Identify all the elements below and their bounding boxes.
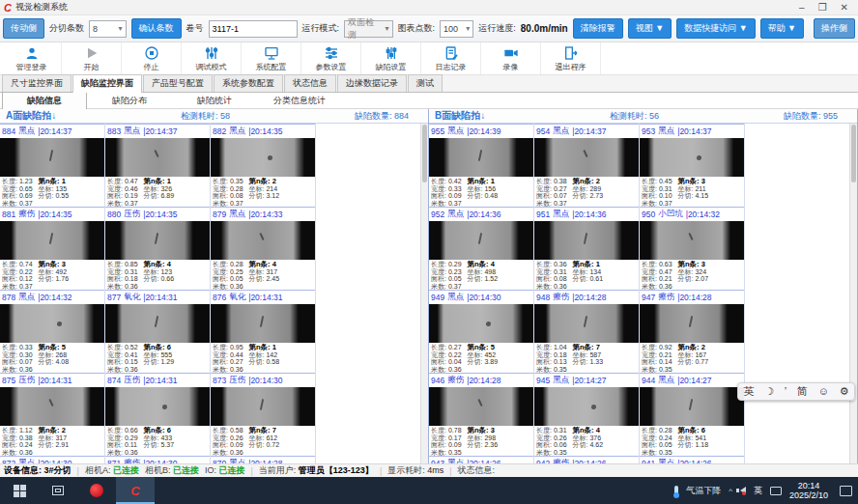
defect-image[interactable] bbox=[211, 387, 315, 426]
defect-cell-header[interactable]: 950 小凹坑 |20:14:32 bbox=[640, 207, 744, 221]
defect-cell-header[interactable]: 949 黑点 |20:14:30 bbox=[429, 290, 533, 304]
defect-image[interactable] bbox=[105, 304, 210, 343]
defect-cell[interactable]: 876 氧化 |20:14:31 长度: 0.95 宽度: 0.44 面积: 0… bbox=[211, 290, 316, 373]
defect-cell[interactable]: 952 黑点 |20:14:36 长度: 0.29 宽度: 0.23 面积: 0… bbox=[429, 207, 534, 290]
defect-cell[interactable]: 942 擦伤 |20:14:26 长度: 0.86 宽度: 0.20 面积: 0… bbox=[534, 456, 640, 463]
defect-cell-header[interactable]: 948 擦伤 |20:14:28 bbox=[534, 290, 639, 304]
defect-cell-header[interactable]: 951 黑点 |20:14:36 bbox=[534, 207, 639, 221]
defect-image[interactable] bbox=[0, 138, 104, 177]
defect-cell-header[interactable]: 875 压伤 |20:14:31 bbox=[0, 373, 104, 387]
maximize-button[interactable]: ❐ bbox=[818, 1, 827, 14]
defect-cell-header[interactable]: 872 黑点 |20:14:30 bbox=[0, 456, 104, 463]
defect-image[interactable] bbox=[640, 304, 744, 343]
taskbar-clock[interactable]: 20:14 2025/2/10 bbox=[789, 481, 828, 500]
system-config-button[interactable]: 系统配置 bbox=[242, 42, 301, 74]
defect-cell-header[interactable]: 947 擦伤 |20:14:28 bbox=[640, 290, 744, 304]
defect-cell-header[interactable]: 954 黑点 |20:14:37 bbox=[534, 124, 639, 138]
defect-cell-header[interactable]: 882 黑点 |20:14:35 bbox=[211, 124, 315, 138]
defect-cell[interactable]: 870 黑点 |20:14:28 长度: 0.26 宽度: 0.24 面积: 0… bbox=[211, 456, 316, 463]
subtab-class-stats[interactable]: 分类信息统计 bbox=[257, 93, 342, 109]
defect-cell-header[interactable]: 945 黑点 |20:14:27 bbox=[534, 373, 639, 387]
defect-image[interactable] bbox=[640, 138, 744, 177]
admin-login-button[interactable]: 管理登录 bbox=[2, 42, 62, 74]
defect-cell-header[interactable]: 874 压伤 |20:14:31 bbox=[105, 373, 210, 387]
weather-text[interactable]: 气温下降 bbox=[686, 485, 721, 497]
subtab-defect-stats[interactable]: 缺陷统计 bbox=[172, 93, 257, 109]
record-video-button[interactable]: 录像 bbox=[481, 42, 541, 74]
defect-image[interactable] bbox=[534, 387, 639, 426]
panel-a-scrollbar[interactable] bbox=[420, 124, 428, 463]
panel-b-scrollbar[interactable] bbox=[849, 124, 857, 463]
confirm-count-button[interactable]: 确认条数 bbox=[131, 18, 182, 39]
defect-cell[interactable]: 950 小凹坑 |20:14:32 长度: 0.63 宽度: 0.47 面积: … bbox=[640, 207, 745, 290]
notification-center-icon[interactable] bbox=[840, 486, 852, 496]
defect-image[interactable] bbox=[429, 138, 533, 177]
defect-cell-header[interactable]: 881 擦伤 |20:14:35 bbox=[0, 207, 104, 221]
defect-cell[interactable]: 883 黑点 |20:14:37 长度: 0.47 宽度: 0.46 面积: 0… bbox=[105, 124, 211, 207]
stop-button[interactable]: 停止 bbox=[122, 42, 182, 74]
defect-cell-header[interactable]: 942 擦伤 |20:14:26 bbox=[534, 456, 639, 463]
tab-defect-monitor[interactable]: 缺陷监控界面 bbox=[72, 74, 142, 93]
defect-image[interactable] bbox=[105, 387, 210, 426]
defect-cell[interactable]: 881 擦伤 |20:14:35 长度: 0.74 宽度: 0.22 面积: 0… bbox=[0, 207, 105, 290]
defect-image[interactable] bbox=[105, 221, 210, 260]
defect-cell-header[interactable]: 884 黑点 |20:14:37 bbox=[0, 124, 104, 138]
defect-cell[interactable]: 944 黑点 |20:14:27 长度: 0.28 宽度: 0.24 面积: 0… bbox=[640, 373, 745, 456]
task-view-button[interactable] bbox=[39, 477, 77, 504]
ime-language-indicator[interactable]: 英 bbox=[754, 485, 762, 497]
subtab-defect-info[interactable]: 缺陷信息 bbox=[2, 92, 87, 110]
defect-image[interactable] bbox=[0, 304, 104, 343]
defect-cell[interactable]: 941 黑点 |20:14:26 长度: 0.25 宽度: 0.21 面积: 0… bbox=[640, 456, 745, 463]
defect-cell[interactable]: 879 黑点 |20:14:33 长度: 0.28 宽度: 0.25 面积: 0… bbox=[211, 207, 316, 290]
defect-cell[interactable]: 951 黑点 |20:14:36 长度: 0.36 宽度: 0.31 面积: 0… bbox=[534, 207, 640, 290]
defect-cell-header[interactable]: 879 黑点 |20:14:33 bbox=[211, 207, 315, 221]
ime-bar-item[interactable]: 简 bbox=[797, 383, 808, 400]
help-menu-button[interactable]: 帮助 ▼ bbox=[760, 18, 804, 39]
defect-image[interactable] bbox=[211, 304, 315, 343]
defect-cell[interactable]: 954 黑点 |20:14:37 长度: 0.38 宽度: 0.27 面积: 0… bbox=[534, 124, 640, 207]
defect-cell-header[interactable]: 873 压伤 |20:14:30 bbox=[211, 373, 315, 387]
defect-image[interactable] bbox=[429, 387, 533, 426]
volume-icon[interactable] bbox=[740, 487, 746, 494]
tab-size-monitor[interactable]: 尺寸监控界面 bbox=[2, 74, 72, 92]
defect-image[interactable] bbox=[211, 221, 315, 260]
clear-alarm-button[interactable]: 清除报警 bbox=[573, 18, 623, 39]
defect-cell[interactable]: 945 黑点 |20:14:27 长度: 0.31 宽度: 0.26 面积: 0… bbox=[534, 373, 640, 456]
log-record-button[interactable]: 日志记录 bbox=[421, 42, 481, 74]
defect-cell-header[interactable]: 880 压伤 |20:14:35 bbox=[105, 207, 210, 221]
defect-cell[interactable]: 880 压伤 |20:14:35 长度: 0.85 宽度: 0.31 面积: 0… bbox=[105, 207, 211, 290]
defect-image[interactable] bbox=[640, 387, 744, 426]
defect-cell-header[interactable]: 946 擦伤 |20:14:28 bbox=[429, 373, 533, 387]
defect-cell-header[interactable]: 952 黑点 |20:14:36 bbox=[429, 207, 533, 221]
operator-side-button[interactable]: 操作侧 bbox=[814, 18, 855, 39]
slit-count-select[interactable]: 8 bbox=[89, 20, 127, 38]
defect-cell[interactable]: 872 黑点 |20:14:30 长度: 0.31 宽度: 0.27 面积: 0… bbox=[0, 456, 105, 463]
minimize-button[interactable]: – bbox=[799, 1, 805, 14]
subtab-defect-distribution[interactable]: 缺陷分布 bbox=[87, 93, 172, 109]
start-button[interactable] bbox=[0, 477, 39, 504]
defect-cell[interactable]: 871 擦伤 |20:14:30 长度: 0.89 宽度: 0.19 面积: 0… bbox=[105, 456, 211, 463]
defect-cell-header[interactable]: 944 黑点 |20:14:27 bbox=[640, 373, 744, 387]
defect-cell-header[interactable]: 870 黑点 |20:14:28 bbox=[211, 456, 315, 463]
ime-bar-item[interactable]: ⚙ bbox=[840, 383, 849, 400]
defect-cell[interactable]: 955 黑点 |20:14:39 长度: 0.42 宽度: 0.33 面积: 0… bbox=[429, 124, 534, 207]
defect-cell[interactable]: 874 压伤 |20:14:31 长度: 0.66 宽度: 0.29 面积: 0… bbox=[105, 373, 211, 456]
defect-cell[interactable]: 953 黑点 |20:14:37 长度: 0.45 宽度: 0.31 面积: 0… bbox=[640, 124, 745, 207]
defect-cell-header[interactable]: 883 黑点 |20:14:37 bbox=[105, 124, 210, 138]
ime-bar-item[interactable]: ’ bbox=[785, 383, 786, 400]
taskbar-app-browser[interactable] bbox=[77, 477, 116, 504]
defect-cell[interactable]: 949 黑点 |20:14:30 长度: 0.27 宽度: 0.22 面积: 0… bbox=[429, 290, 534, 373]
defect-cell-header[interactable]: 877 氧化 |20:14:31 bbox=[105, 290, 210, 304]
tab-system-params[interactable]: 系统参数配置 bbox=[214, 74, 283, 92]
close-button[interactable]: ✕ bbox=[841, 1, 848, 14]
data-access-menu-button[interactable]: 数据快捷访问 ▼ bbox=[676, 18, 755, 39]
defect-cell-header[interactable]: 953 黑点 |20:14:37 bbox=[640, 124, 744, 138]
touch-keyboard-icon[interactable] bbox=[770, 487, 782, 495]
start-button[interactable]: 开始 bbox=[62, 42, 122, 74]
defect-cell[interactable]: 875 压伤 |20:14:31 长度: 1.12 宽度: 0.38 面积: 0… bbox=[0, 373, 105, 456]
defect-cell[interactable]: 943 黑点 |20:14:26 长度: 0.33 宽度: 0.29 面积: 0… bbox=[429, 456, 534, 463]
roll-number-input[interactable] bbox=[209, 20, 298, 38]
defect-cell[interactable]: 884 黑点 |20:14:37 长度: 1.23 宽度: 0.65 面积: 0… bbox=[0, 124, 105, 207]
ime-bar-item[interactable]: 英 bbox=[743, 383, 754, 400]
defect-cell-header[interactable]: 941 黑点 |20:14:26 bbox=[640, 456, 744, 463]
